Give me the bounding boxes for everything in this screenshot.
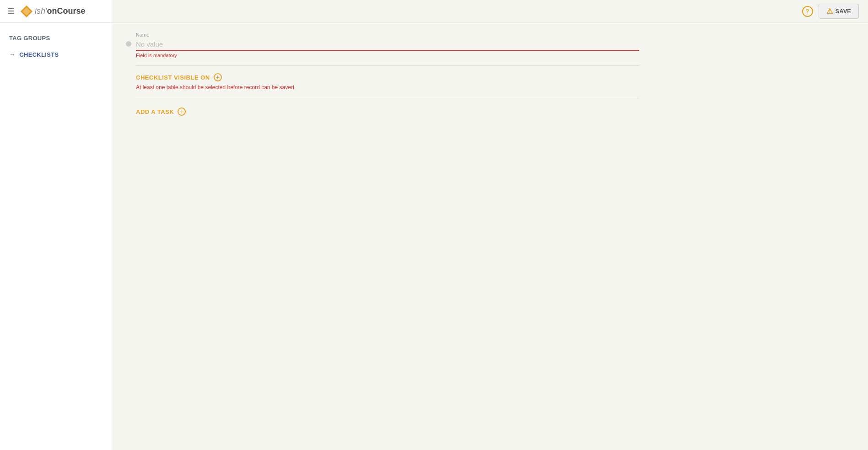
sidebar: ☰ ish'onCourse TAG GROUPS → CHECKLISTS: [0, 0, 112, 450]
logo-area: ish'onCourse: [20, 5, 85, 18]
logo-icon: [20, 5, 33, 18]
help-icon[interactable]: ?: [802, 6, 813, 17]
sidebar-header: ☰ ish'onCourse: [0, 0, 112, 23]
checklist-visible-on-error: At least one table should be selected be…: [136, 84, 854, 91]
top-bar: ? ⚠ SAVE: [112, 0, 868, 23]
add-circle-icon[interactable]: +: [214, 73, 222, 81]
name-label: Name: [136, 32, 639, 38]
warning-icon: ⚠: [826, 7, 833, 16]
form-area: Name Field is mandatory CHECKLIST VISIBL…: [112, 23, 868, 125]
name-input[interactable]: [136, 38, 639, 51]
tag-groups-label: TAG GROUPS: [9, 35, 50, 42]
sidebar-item-checklists[interactable]: → CHECKLISTS: [0, 46, 112, 63]
name-field-wrapper: Name Field is mandatory: [136, 32, 639, 58]
add-task-label[interactable]: ADD A TASK: [136, 108, 174, 115]
checklist-visible-on-title: CHECKLIST VISIBLE ON: [136, 74, 210, 81]
save-button[interactable]: ⚠ SAVE: [819, 4, 859, 19]
sidebar-nav: TAG GROUPS → CHECKLISTS: [0, 23, 112, 70]
checklists-label: CHECKLISTS: [19, 51, 59, 58]
hamburger-icon[interactable]: ☰: [7, 6, 15, 16]
top-bar-actions: ? ⚠ SAVE: [802, 4, 859, 19]
name-dot: [126, 41, 131, 47]
arrow-icon: →: [9, 51, 16, 58]
main-content: ? ⚠ SAVE Name Field is mandatory CHECKLI…: [112, 0, 868, 450]
sidebar-item-tag-groups[interactable]: TAG GROUPS: [0, 30, 112, 46]
name-field-container: Name Field is mandatory: [126, 32, 854, 58]
save-label: SAVE: [836, 8, 851, 15]
divider-2: [136, 98, 639, 98]
checklist-visible-on-header: CHECKLIST VISIBLE ON +: [136, 73, 854, 81]
add-task-row: ADD A TASK +: [136, 107, 854, 116]
add-task-icon[interactable]: +: [178, 107, 186, 116]
divider: [136, 65, 639, 66]
field-error: Field is mandatory: [136, 53, 639, 58]
logo-text: ish'onCourse: [35, 6, 85, 16]
